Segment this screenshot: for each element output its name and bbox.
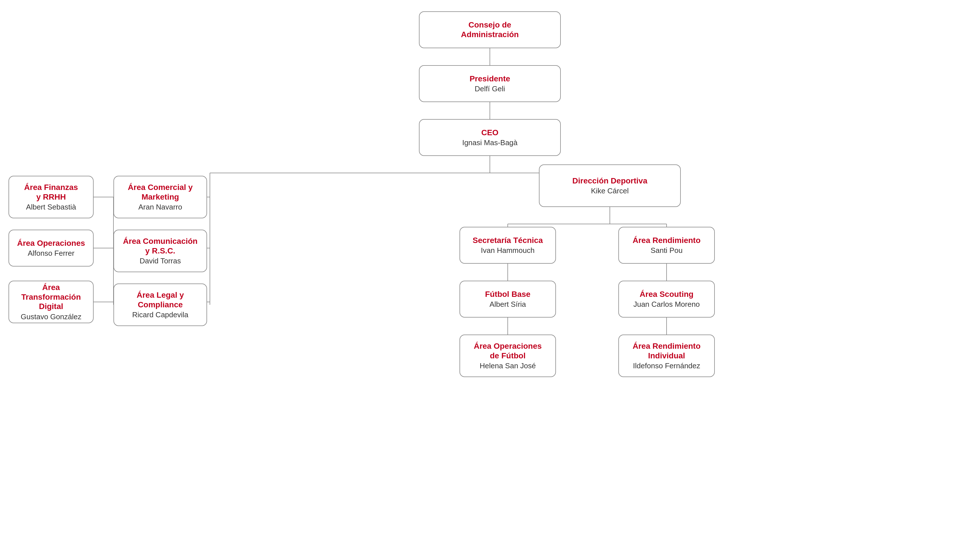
node-finanzas-subtitle: Albert Sebastià xyxy=(26,203,76,211)
node-legal-subtitle: Ricard Capdevila xyxy=(132,311,188,319)
node-operaciones: Área Operaciones Alfonso Ferrer xyxy=(8,230,94,266)
node-scouting-title: Área Scouting xyxy=(640,289,694,299)
node-futbolbase-title: Fútbol Base xyxy=(485,289,530,299)
node-comunicacion-title: Área Comunicación xyxy=(123,236,198,246)
node-ceo: CEO Ignasi Mas-Bagà xyxy=(419,119,561,156)
node-operaciones-subtitle: Alfonso Ferrer xyxy=(28,249,75,258)
node-futbolbase-subtitle: Albert Síria xyxy=(490,300,526,309)
node-legal-title: Área Legal y xyxy=(137,290,184,300)
node-transdigital-title: Área Transformación xyxy=(15,283,88,301)
node-rendindividual-title2: Individual xyxy=(648,351,685,361)
node-scouting-subtitle: Juan Carlos Moreno xyxy=(633,300,700,309)
node-rendimiento-title: Área Rendimiento xyxy=(633,236,701,245)
node-rendimiento-subtitle: Santi Pou xyxy=(651,246,683,255)
node-direccion-title: Dirección Deportiva xyxy=(573,176,648,186)
node-secretaria-subtitle: Ivan Hammouch xyxy=(481,246,535,255)
node-consejo: Consejo de Administración xyxy=(419,11,561,48)
node-finanzas-title2: y RRHH xyxy=(36,192,66,202)
node-rendindividual-subtitle: Ildefonso Fernández xyxy=(633,362,700,370)
node-opfutbol-title: Área Operaciones xyxy=(474,341,542,351)
node-consejo-title2: Administración xyxy=(461,30,519,40)
node-presidente-title: Presidente xyxy=(469,74,510,84)
node-presidente: Presidente Delfí Geli xyxy=(419,65,561,102)
node-legal: Área Legal y Compliance Ricard Capdevila xyxy=(113,284,207,326)
node-ceo-subtitle: Ignasi Mas-Bagà xyxy=(462,138,517,147)
node-direccion-deportiva: Dirección Deportiva Kike Cárcel xyxy=(539,165,681,207)
node-comunicacion-title2: y R.S.C. xyxy=(145,246,175,256)
node-presidente-subtitle: Delfí Geli xyxy=(475,84,505,93)
node-comercial-title2: Marketing xyxy=(142,192,179,202)
node-op-futbol: Área Operaciones de Fútbol Helena San Jo… xyxy=(460,335,556,377)
node-transdigital-title2: Digital xyxy=(39,301,63,311)
node-rendindividual-title: Área Rendimiento xyxy=(633,341,701,351)
node-transdigital: Área Transformación Digital Gustavo Gonz… xyxy=(8,281,94,323)
node-secretaria-title: Secretaría Técnica xyxy=(473,236,543,245)
node-comunicacion-subtitle: David Torras xyxy=(140,257,181,265)
node-comercial-subtitle: Aran Navarro xyxy=(138,203,182,211)
node-secretaria: Secretaría Técnica Ivan Hammouch xyxy=(460,227,556,264)
node-consejo-title: Consejo de xyxy=(469,20,511,30)
node-ceo-title: CEO xyxy=(481,128,499,138)
node-rendimiento-individual: Área Rendimiento Individual Ildefonso Fe… xyxy=(618,335,715,377)
node-comercial: Área Comercial y Marketing Aran Navarro xyxy=(113,176,207,218)
node-operaciones-title: Área Operaciones xyxy=(17,238,85,248)
node-scouting: Área Scouting Juan Carlos Moreno xyxy=(618,281,715,317)
node-finanzas-title: Área Finanzas xyxy=(24,182,78,192)
node-legal-title2: Compliance xyxy=(138,300,183,309)
node-futbol-base: Fútbol Base Albert Síria xyxy=(460,281,556,317)
node-comercial-title: Área Comercial y xyxy=(128,182,193,192)
org-chart: Consejo de Administración Presidente Del… xyxy=(0,0,980,552)
node-finanzas: Área Finanzas y RRHH Albert Sebastià xyxy=(8,176,94,218)
node-direccion-subtitle: Kike Cárcel xyxy=(591,187,629,195)
node-transdigital-subtitle: Gustavo González xyxy=(21,312,81,321)
node-rendimiento: Área Rendimiento Santi Pou xyxy=(618,227,715,264)
node-opfutbol-title2: de Fútbol xyxy=(490,351,526,361)
node-opfutbol-subtitle: Helena San José xyxy=(480,362,536,370)
node-comunicacion: Área Comunicación y R.S.C. David Torras xyxy=(113,230,207,272)
